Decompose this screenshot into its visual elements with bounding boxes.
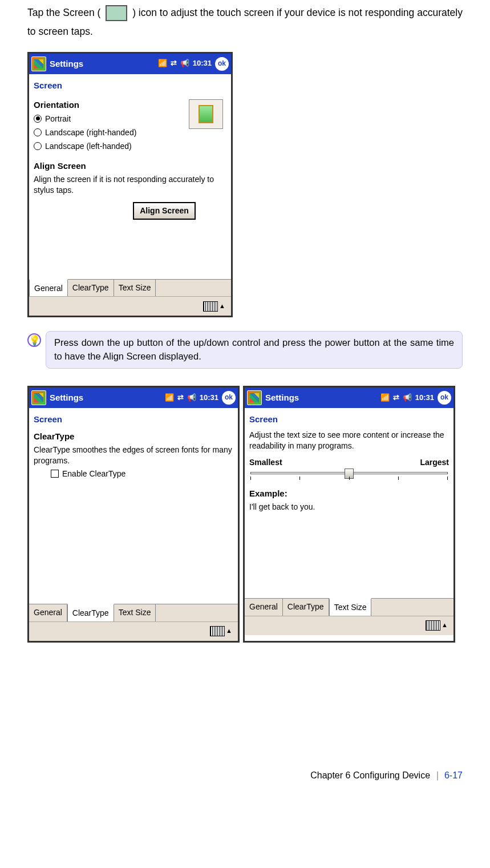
radio-icon xyxy=(34,128,42,136)
screen-heading: Screen xyxy=(34,413,233,426)
tip-bulb-icon: 💡 xyxy=(27,333,41,347)
signal-icon: 📶 xyxy=(165,392,174,404)
ok-button[interactable]: ok xyxy=(438,391,451,405)
screen-heading: Screen xyxy=(34,79,226,92)
signal-icon: 📶 xyxy=(380,392,390,404)
keyboard-icon[interactable] xyxy=(203,301,218,312)
align-heading: Align Screen xyxy=(34,159,226,173)
tab-general[interactable]: General xyxy=(29,604,67,621)
sip-bar: ▲ xyxy=(245,616,453,635)
largest-label: Largest xyxy=(420,456,449,469)
pda-screenshot-general: Settings 📶 ⇄ 📢 10:31 ok Screen Orientati… xyxy=(27,52,233,318)
clock-time: 10:31 xyxy=(200,392,218,404)
tab-bar: General ClearType Text Size xyxy=(245,598,453,615)
app-title: Settings xyxy=(50,57,83,71)
tab-empty xyxy=(156,280,231,296)
ok-button[interactable]: ok xyxy=(215,57,229,71)
cleartype-heading: ClearType xyxy=(34,430,233,443)
screen-heading: Screen xyxy=(249,413,449,426)
sip-arrow-icon[interactable]: ▲ xyxy=(226,626,232,636)
speaker-icon: 📢 xyxy=(187,392,196,404)
page-number: 6-17 xyxy=(444,770,463,780)
radio-label: Landscape (left-handed) xyxy=(45,140,132,152)
radio-icon xyxy=(34,142,42,150)
tab-cleartype[interactable]: ClearType xyxy=(283,599,329,615)
radio-icon xyxy=(34,115,42,123)
keyboard-icon[interactable] xyxy=(210,626,225,636)
sip-arrow-icon[interactable]: ▲ xyxy=(442,620,448,631)
speaker-icon: 📢 xyxy=(403,392,412,404)
enable-cleartype-checkbox[interactable]: Enable ClearType xyxy=(51,467,233,480)
radio-landscape-left[interactable]: Landscape (left-handed) xyxy=(34,139,136,153)
orientation-heading: Orientation xyxy=(34,98,136,112)
chapter-label: Chapter 6 Configuring Device xyxy=(310,770,430,780)
sip-bar: ▲ xyxy=(29,296,231,316)
example-heading: Example: xyxy=(249,487,449,500)
textsize-slider[interactable] xyxy=(250,470,448,483)
radio-label: Portrait xyxy=(45,112,71,125)
start-icon[interactable] xyxy=(247,390,262,405)
cleartype-description: ClearType smoothes the edges of screen f… xyxy=(34,445,233,466)
tip-callout: 💡 Press down the up button of the up/dow… xyxy=(27,331,463,369)
title-bar: Settings 📶 ⇄ 📢 10:31 ok xyxy=(29,54,231,74)
tab-textsize[interactable]: Text Size xyxy=(329,598,372,615)
align-description: Align the screen if it is not responding… xyxy=(34,174,226,196)
intro-paragraph: Tap the Screen ( ) icon to adjust the to… xyxy=(27,3,463,42)
radio-landscape-right[interactable]: Landscape (right-handed) xyxy=(34,126,136,139)
align-screen-button[interactable]: Align Screen xyxy=(133,202,196,219)
orientation-preview-icon xyxy=(189,99,223,129)
radio-label: Landscape (right-handed) xyxy=(45,126,136,139)
title-bar: Settings 📶 ⇄ 📢 10:31 ok xyxy=(29,387,238,408)
tip-text: Press down the up button of the up/down … xyxy=(46,331,463,369)
status-icons: 📶 ⇄ 📢 10:31 xyxy=(165,392,218,404)
radio-portrait[interactable]: Portrait xyxy=(34,112,136,126)
clock-time: 10:31 xyxy=(193,58,212,70)
smallest-label: Smallest xyxy=(249,456,282,469)
checkbox-label: Enable ClearType xyxy=(62,467,125,480)
example-text: I'll get back to you. xyxy=(249,502,449,512)
status-icons: 📶 ⇄ 📢 10:31 xyxy=(158,58,212,70)
start-icon[interactable] xyxy=(31,390,46,405)
tab-bar: General ClearType Text Size xyxy=(29,279,231,296)
pda-screenshot-textsize: Settings 📶 ⇄ 📢 10:31 ok Screen Adjust th… xyxy=(243,386,455,643)
tab-bar: General ClearType Text Size xyxy=(29,604,238,621)
footer-separator: ∣ xyxy=(435,770,440,780)
title-bar: Settings 📶 ⇄ 📢 10:31 ok xyxy=(245,387,453,408)
signal-icon: 📶 xyxy=(158,58,167,70)
pda-screenshot-cleartype: Settings 📶 ⇄ 📢 10:31 ok Screen ClearType… xyxy=(27,386,240,643)
start-icon[interactable] xyxy=(31,56,46,71)
tab-empty xyxy=(156,604,238,621)
tab-cleartype[interactable]: ClearType xyxy=(67,604,114,621)
app-title: Settings xyxy=(265,391,299,405)
sync-icon: ⇄ xyxy=(171,58,177,70)
clock-time: 10:31 xyxy=(415,392,434,404)
textsize-description: Adjust the text size to see more content… xyxy=(249,430,449,451)
tab-textsize[interactable]: Text Size xyxy=(114,280,156,296)
sip-bar: ▲ xyxy=(29,621,238,641)
sync-icon: ⇄ xyxy=(393,392,399,404)
tab-general[interactable]: General xyxy=(245,599,283,615)
checkbox-icon xyxy=(51,470,59,478)
page-footer: Chapter 6 Configuring Device ∣ 6-17 xyxy=(27,768,463,783)
status-icons: 📶 ⇄ 📢 10:31 xyxy=(380,392,434,404)
keyboard-icon[interactable] xyxy=(426,620,440,631)
sync-icon: ⇄ xyxy=(177,392,184,404)
slider-end-labels: Smallest Largest xyxy=(249,456,449,469)
tab-cleartype[interactable]: ClearType xyxy=(68,280,114,296)
tab-textsize[interactable]: Text Size xyxy=(114,604,156,621)
sip-arrow-icon[interactable]: ▲ xyxy=(219,301,225,312)
intro-pre: Tap the Screen ( xyxy=(27,7,100,18)
ok-button[interactable]: ok xyxy=(222,391,236,405)
tab-general[interactable]: General xyxy=(29,279,68,296)
speaker-icon: 📢 xyxy=(180,58,189,70)
app-title: Settings xyxy=(50,391,83,405)
screen-settings-icon xyxy=(106,5,127,21)
tab-empty xyxy=(371,599,453,615)
